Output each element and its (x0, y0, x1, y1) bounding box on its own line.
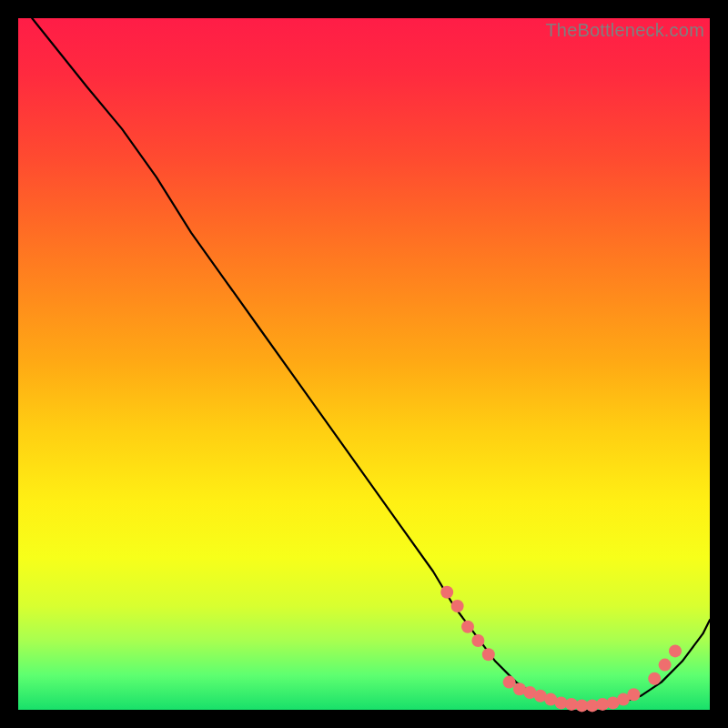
curve-marker (648, 672, 661, 685)
chart-plot-area: TheBottleneck.com (18, 18, 710, 710)
curve-marker (627, 688, 640, 701)
curve-marker (503, 676, 516, 689)
curve-marker (659, 659, 672, 672)
chart-svg (18, 18, 710, 710)
curve-marker (482, 648, 495, 661)
chart-stage: TheBottleneck.com (0, 0, 728, 728)
curve-line (32, 18, 710, 706)
curve-marker (451, 600, 464, 612)
curve-marker (461, 621, 474, 633)
curve-marker (471, 634, 484, 647)
curve-marker (440, 586, 453, 599)
curve-marker (669, 644, 682, 657)
